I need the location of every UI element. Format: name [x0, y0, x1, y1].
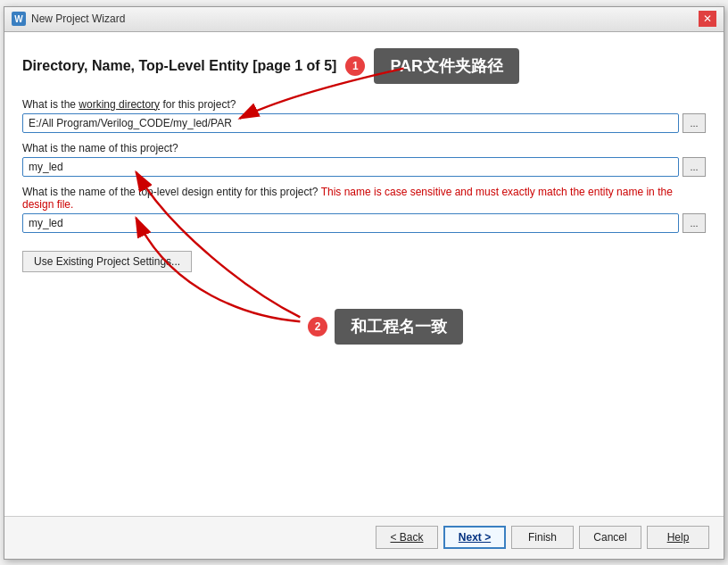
app-icon: W — [12, 12, 26, 26]
badge-1: 1 — [345, 56, 365, 76]
help-button-label: Help — [667, 531, 690, 544]
top-level-entity-group: What is the name of the top-level design… — [22, 186, 706, 233]
back-button[interactable]: < Back — [376, 526, 438, 549]
next-button[interactable]: Next > — [443, 526, 506, 549]
badge-2: 2 — [308, 317, 327, 337]
project-name-browse-button[interactable]: ... — [682, 157, 706, 177]
footer: < Back Next > Finish Cancel Help — [4, 516, 724, 559]
next-button-label: Next > — [459, 531, 491, 544]
project-name-label: What is the name of this project? — [22, 142, 706, 154]
working-dir-input[interactable] — [22, 113, 679, 133]
content-area: Directory, Name, Top-Level Entity [page … — [4, 32, 724, 516]
finish-button[interactable]: Finish — [511, 526, 574, 549]
top-level-input-row: ... — [22, 213, 706, 233]
cancel-button[interactable]: Cancel — [579, 526, 641, 549]
title-bar: W New Project Wizard ✕ — [4, 7, 724, 32]
back-button-label: < Back — [390, 531, 423, 544]
annotation-2-container: 2 和工程名一致 — [308, 309, 463, 345]
page-title-row: Directory, Name, Top-Level Entity [page … — [22, 48, 706, 84]
project-name-input[interactable] — [22, 157, 679, 177]
working-dir-input-row: ... — [22, 113, 706, 133]
top-level-entity-input[interactable] — [22, 213, 679, 233]
working-dir-browse-button[interactable]: ... — [682, 113, 706, 133]
project-name-input-row: ... — [22, 157, 706, 177]
help-button[interactable]: Help — [647, 526, 709, 549]
title-bar-text: New Project Wizard — [31, 12, 699, 25]
working-dir-label: What is the working directory for this p… — [22, 98, 706, 111]
wizard-window: W New Project Wizard ✕ Directory, Name, … — [4, 6, 724, 560]
page-title-text: Directory, Name, Top-Level Entity [page … — [22, 58, 336, 74]
top-level-entity-label: What is the name of the top-level design… — [22, 186, 706, 211]
annotation-1-box: PAR文件夹路径 — [374, 48, 519, 84]
top-level-note: This name is case sensitive and must exa… — [22, 186, 673, 211]
close-button[interactable]: ✕ — [699, 11, 716, 27]
project-name-group: What is the name of this project? ... — [22, 142, 706, 177]
use-existing-button[interactable]: Use Existing Project Settings... — [22, 251, 192, 272]
annotation-2-box: 和工程名一致 — [335, 309, 463, 345]
top-level-browse-button[interactable]: ... — [682, 213, 706, 233]
working-dir-group: What is the working directory for this p… — [22, 98, 706, 133]
